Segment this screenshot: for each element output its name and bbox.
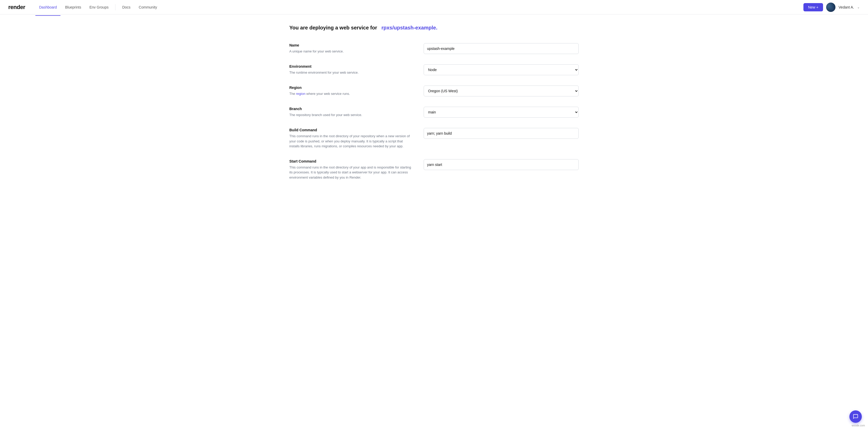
nav-community[interactable]: Community	[135, 3, 161, 11]
nav-env-groups[interactable]: Env Groups	[86, 3, 112, 11]
region-label-col: Region The region where your web service…	[289, 86, 413, 96]
nav-dashboard[interactable]: Dashboard	[35, 3, 60, 11]
environment-label-col: Environment The runtime environment for …	[289, 64, 413, 75]
build-command-input-col	[424, 128, 579, 139]
form-row-branch: Branch The repository branch used for yo…	[289, 107, 579, 118]
name-input-col	[424, 43, 579, 54]
start-command-input[interactable]	[424, 159, 579, 170]
build-command-field-desc: This command runs in the root directory …	[289, 133, 413, 149]
nav-divider	[115, 4, 116, 10]
start-command-input-col	[424, 159, 579, 170]
brand-logo[interactable]: render	[8, 4, 25, 10]
start-command-label-col: Start Command This command runs in the r…	[289, 159, 413, 180]
branch-input-col: main master develop staging	[424, 107, 579, 118]
name-input[interactable]	[424, 43, 579, 54]
page-title-prefix: You are deploying a web service for	[289, 25, 377, 30]
environment-field-label: Environment	[289, 64, 413, 68]
chat-icon	[853, 414, 859, 420]
form-row-start-command: Start Command This command runs in the r…	[289, 159, 579, 180]
navbar: render Dashboard Blueprints Env Groups D…	[0, 0, 868, 14]
build-command-field-label: Build Command	[289, 128, 413, 132]
region-desc-suffix: where your web service runs.	[306, 92, 350, 96]
navbar-right: New + Vedant A. ⌄	[803, 3, 860, 12]
form-row-build-command: Build Command This command runs in the r…	[289, 128, 579, 149]
region-desc-link[interactable]: region	[296, 92, 305, 96]
form-row-region: Region The region where your web service…	[289, 86, 579, 96]
main-content: You are deploying a web service for rpxs…	[279, 14, 589, 211]
nav-docs[interactable]: Docs	[119, 3, 134, 11]
user-menu-chevron[interactable]: ⌄	[857, 5, 860, 9]
environment-input-col: Node Python Ruby Go Rust Elixir Docker	[424, 64, 579, 75]
environment-field-desc: The runtime environment for your web ser…	[289, 70, 413, 75]
form-row-name: Name A unique name for your web service.	[289, 43, 579, 54]
nav-links: Dashboard Blueprints Env Groups Docs Com…	[35, 3, 803, 11]
new-button[interactable]: New +	[803, 3, 823, 11]
repo-name: rpxs/upstash-example.	[381, 25, 437, 30]
branch-field-label: Branch	[289, 107, 413, 111]
build-command-input[interactable]	[424, 128, 579, 139]
name-field-label: Name	[289, 43, 413, 47]
region-desc-prefix: The	[289, 92, 295, 96]
page-title: You are deploying a web service for rpxs…	[289, 25, 579, 31]
form-row-environment: Environment The runtime environment for …	[289, 64, 579, 75]
avatar	[826, 3, 835, 12]
start-command-field-label: Start Command	[289, 159, 413, 163]
chat-widget[interactable]	[849, 410, 862, 423]
environment-select[interactable]: Node Python Ruby Go Rust Elixir Docker	[424, 64, 579, 75]
region-field-label: Region	[289, 86, 413, 90]
region-input-col: Oregon (US West) Ohio (US East) Frankfur…	[424, 86, 579, 96]
region-field-desc: The region where your web service runs.	[289, 91, 413, 96]
nav-blueprints[interactable]: Blueprints	[61, 3, 85, 11]
build-command-label-col: Build Command This command runs in the r…	[289, 128, 413, 149]
name-field-desc: A unique name for your web service.	[289, 49, 413, 54]
branch-field-desc: The repository branch used for your web …	[289, 113, 413, 118]
branch-label-col: Branch The repository branch used for yo…	[289, 107, 413, 118]
user-name-label: Vedant A.	[839, 5, 854, 9]
footer-label: woode.com	[852, 424, 865, 427]
name-label-col: Name A unique name for your web service.	[289, 43, 413, 54]
start-command-field-desc: This command runs in the root directory …	[289, 165, 413, 180]
branch-select[interactable]: main master develop staging	[424, 107, 579, 118]
region-select[interactable]: Oregon (US West) Ohio (US East) Frankfur…	[424, 86, 579, 96]
